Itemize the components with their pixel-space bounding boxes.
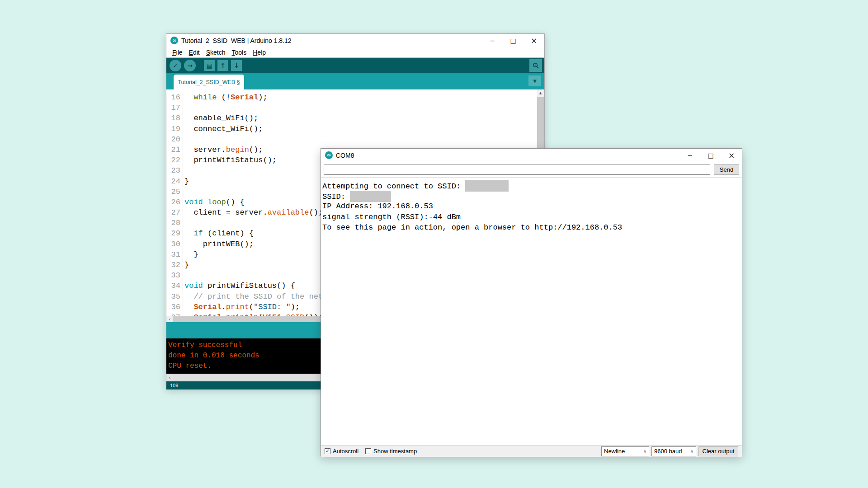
chevron-down-icon: ∨ <box>690 449 693 454</box>
line-number: 16 <box>166 92 183 103</box>
redaction-box <box>465 180 509 192</box>
minimize-button[interactable]: − <box>679 149 700 162</box>
ide-window-title: Tutorial_2_SSID_WEB | Arduino 1.8.12 <box>181 37 292 44</box>
line-ending-dropdown[interactable]: Newline ∨ <box>601 446 649 456</box>
code-text: enable_WiFi(); <box>183 113 258 123</box>
serial-window-title: COM8 <box>336 152 354 159</box>
menu-help[interactable]: Help <box>250 49 269 56</box>
code-text: printWEB(); <box>183 239 254 249</box>
vertical-scroll-thumb[interactable] <box>537 97 544 151</box>
code-text <box>183 270 184 281</box>
line-number: 28 <box>166 218 183 228</box>
scroll-left-icon[interactable]: ‹ <box>166 316 173 322</box>
code-text: void loop() { <box>183 197 245 207</box>
line-number: 32 <box>166 260 183 270</box>
clear-output-button[interactable]: Clear output <box>698 446 738 456</box>
code-text: } <box>183 260 189 270</box>
line-number: 29 <box>166 228 183 239</box>
code-text <box>183 165 184 176</box>
save-button[interactable]: ↓ <box>231 60 242 71</box>
code-line: 18 enable_WiFi(); <box>166 113 544 123</box>
code-text: client = server.available(); <box>183 207 323 218</box>
tab-label: Tutorial_2_SSID_WEB § <box>178 79 240 85</box>
line-number: 33 <box>166 270 183 281</box>
verify-button[interactable]: ✓ <box>170 60 181 71</box>
code-text: printWifiStatus(); <box>183 155 277 165</box>
line-number: 21 <box>166 145 183 155</box>
line-number: 17 <box>166 103 183 113</box>
code-text: while (!Serial); <box>183 92 268 103</box>
code-text: connect_WiFi(); <box>183 124 263 134</box>
code-text <box>183 187 184 197</box>
tab-dropdown-button[interactable]: ▼ <box>528 75 541 86</box>
cursor-line-indicator: 109 <box>170 383 178 388</box>
arduino-logo-icon: ∞ <box>325 151 333 159</box>
redaction-box <box>350 191 391 202</box>
line-number: 20 <box>166 134 183 145</box>
line-number: 30 <box>166 239 183 249</box>
autoscroll-checkbox[interactable]: ✓ <box>325 448 330 454</box>
open-button[interactable]: ↑ <box>217 60 228 71</box>
line-number: 22 <box>166 155 183 165</box>
code-text: } <box>183 249 198 260</box>
serial-line: Attempting to connect to SSID: <box>322 180 741 191</box>
scroll-up-icon[interactable]: ▲ <box>537 89 544 97</box>
serial-monitor-icon <box>532 62 539 69</box>
line-number: 31 <box>166 249 183 260</box>
code-text: void printWifiStatus() { <box>183 281 295 291</box>
line-number: 37 <box>166 312 183 316</box>
code-line: 17 <box>166 103 544 113</box>
serial-send-input[interactable] <box>324 164 710 175</box>
maximize-button[interactable]: □ <box>503 34 524 47</box>
serial-line: SSID: <box>322 191 741 201</box>
close-button[interactable]: × <box>524 34 544 47</box>
serial-output[interactable]: Attempting to connect to SSID: SSID: IP … <box>321 178 742 446</box>
autoscroll-label: Autoscroll <box>333 448 359 455</box>
menu-file[interactable]: File <box>169 49 186 56</box>
menu-bar: FileEditSketchToolsHelp <box>166 47 544 58</box>
close-button[interactable]: × <box>721 149 742 162</box>
code-text: server.begin(); <box>183 145 263 155</box>
chevron-down-icon: ∨ <box>643 449 646 454</box>
line-number: 34 <box>166 281 183 291</box>
line-ending-value: Newline <box>604 448 625 455</box>
toolbar-buttons: ✓→▤↑↓ <box>170 60 242 71</box>
serial-bottom-bar: ✓ Autoscroll Show timestamp Newline ∨ 96… <box>321 446 742 457</box>
serial-monitor-window: ∞ COM8 − □ × Send Attempting to connect … <box>321 148 742 456</box>
line-number: 18 <box>166 113 183 123</box>
code-text: // print the SSID of the network <box>183 291 341 302</box>
line-number: 19 <box>166 124 183 134</box>
code-text <box>183 218 184 228</box>
console-scroll-left-icon[interactable]: ‹ <box>166 374 173 381</box>
toolbar: ✓→▤↑↓ <box>166 58 544 73</box>
line-number: 24 <box>166 176 183 187</box>
tab-tutorial-2-ssid-web[interactable]: Tutorial_2_SSID_WEB § <box>174 75 244 89</box>
new-button[interactable]: ▤ <box>204 60 215 71</box>
arduino-logo-icon: ∞ <box>170 37 178 44</box>
ide-window-controls: − □ × <box>482 34 544 47</box>
line-number: 23 <box>166 165 183 176</box>
code-line: 20 <box>166 134 544 145</box>
serial-titlebar: ∞ COM8 − □ × <box>321 149 742 162</box>
serial-line: signal strength (RSSI):-44 dBm <box>322 212 741 222</box>
minimize-button[interactable]: − <box>482 34 503 47</box>
code-text: } <box>183 176 189 187</box>
menu-sketch[interactable]: Sketch <box>203 49 229 56</box>
line-number: 35 <box>166 291 183 302</box>
line-number: 27 <box>166 207 183 218</box>
code-text <box>183 134 184 145</box>
maximize-button[interactable]: □ <box>700 149 721 162</box>
serial-monitor-button[interactable] <box>529 59 542 72</box>
send-button[interactable]: Send <box>714 164 739 175</box>
line-number: 25 <box>166 187 183 197</box>
menu-tools[interactable]: Tools <box>229 49 250 56</box>
menu-edit[interactable]: Edit <box>186 49 203 56</box>
code-text: Serial.println(WiFi.SSID()); <box>183 312 323 316</box>
upload-button[interactable]: → <box>184 60 196 71</box>
tab-bar: Tutorial_2_SSID_WEB § ▼ <box>166 73 544 89</box>
baud-rate-dropdown[interactable]: 9600 baud ∨ <box>651 446 696 456</box>
line-number: 26 <box>166 197 183 207</box>
code-text: Serial.print("SSID: "); <box>183 302 300 312</box>
code-text: if (client) { <box>183 228 254 239</box>
show-timestamp-checkbox[interactable] <box>365 448 371 454</box>
